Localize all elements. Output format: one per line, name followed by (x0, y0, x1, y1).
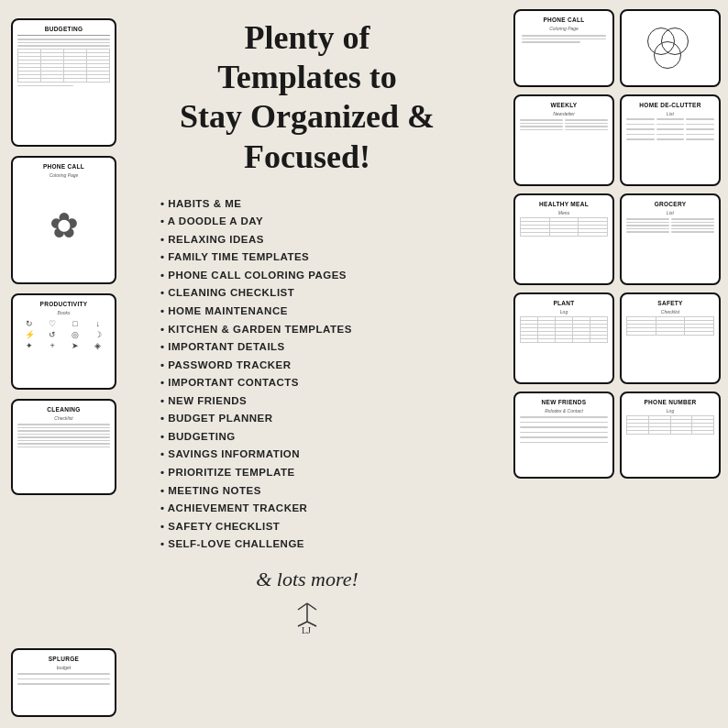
prod-icon-11: ➤ (65, 341, 86, 350)
right-row-5: NEW FRIENDS Rolodex & Contact PHONE NUMB… (493, 392, 721, 479)
prod-icon-7: ◎ (65, 330, 86, 339)
bullet-item-19: SELF-LOVE CHALLENGE (160, 535, 481, 554)
prod-icon-4: ↓ (87, 319, 108, 328)
bullet-item-17: ACHIEVEMENT TRACKER (160, 500, 481, 518)
bullet-item-4: PHONE CALL COLORING PAGES (160, 267, 481, 285)
logo: LJ (133, 599, 481, 638)
budgeting-title: BUDGETING (17, 26, 110, 32)
prod-icon-10: + (42, 341, 63, 350)
prod-icon-12: ◈ (87, 341, 108, 350)
bullet-item-11: NEW FRIENDS (160, 392, 481, 411)
phone-call-top-card: PHONE CALL Coloring Page (513, 9, 614, 87)
right-row-1: PHONE CALL Coloring Page (493, 9, 721, 87)
bullet-item-10: IMPORTANT CONTACTS (160, 374, 481, 392)
bullet-item-5: CLEANING CHECKLIST (160, 284, 481, 303)
weekly-subtitle: Newsletter (520, 111, 608, 116)
bullet-item-9: PASSWORD TRACKER (160, 357, 481, 375)
safety-title: SAFETY (626, 300, 714, 306)
right-row-4: PLANT Log SAFETY Checklist (493, 292, 721, 384)
headline-line3: Stay Organized & (180, 98, 435, 135)
bullet-item-7: KITCHEN & GARDEN TEMPLATES (160, 321, 481, 339)
home-declutter-title: HOME DE-CLUTTER (626, 102, 714, 108)
prod-icon-1: ↻ (19, 319, 40, 328)
budgeting-card: BUDGETING (11, 18, 116, 147)
phone-number-card: PHONE NUMBER Log (620, 392, 721, 479)
prod-icon-3: □ (65, 319, 86, 328)
phone-call-coloring-card: PHONE CALL Coloring Page ✿ (11, 156, 116, 284)
cleaning-title: CLEANING (17, 406, 110, 413)
new-friends-title: NEW FRIENDS (520, 399, 608, 405)
logo-icon: LJ (289, 599, 325, 635)
prod-icon-6: ↺ (42, 330, 63, 339)
center-content: Plenty of Templates to Stay Organized & … (133, 18, 481, 638)
bullet-list: HABITS & MEA DOODLE A DAYRELAXING IDEASF… (160, 195, 481, 554)
left-column: BUDGETING PH (11, 18, 116, 495)
prod-icon-9: ✦ (19, 341, 40, 350)
venn-diagram (638, 23, 702, 73)
bullet-item-15: PRIORITIZE TEMPLATE (160, 464, 481, 482)
svg-text:LJ: LJ (302, 625, 311, 635)
healthy-meal-title: HEALTHY MEAL (520, 201, 608, 207)
productivity-title: PRODUCTIVITY (17, 301, 110, 307)
home-declutter-card: HOME DE-CLUTTER List (620, 94, 721, 186)
healthy-meal-subtitle: Menu (520, 210, 608, 215)
splurge-card: SPLURGE budget (11, 648, 116, 717)
phone-call-coloring-title: PHONE CALL (17, 163, 110, 170)
phone-number-title: PHONE NUMBER (626, 399, 714, 405)
bullet-item-2: RELAXING IDEAS (160, 231, 481, 249)
plant-log-title: PLANT (520, 300, 608, 306)
right-row-2: WEEKLY Newsletter (493, 94, 721, 186)
bullet-item-16: MEETING NOTES (160, 482, 481, 501)
phone-call-top-title: PHONE CALL (520, 17, 608, 23)
home-declutter-subtitle: List (626, 111, 714, 116)
headline-line2: Templates to (217, 59, 397, 95)
productivity-icons: ↻ ♡ □ ↓ ⚡ ↺ ◎ ☽ ✦ + ➤ ◈ (17, 317, 110, 352)
cleaning-subtitle: Checklist (17, 415, 110, 421)
main-container: BUDGETING PH (0, 0, 728, 728)
bullet-item-18: SAFETY CHECKLIST (160, 518, 481, 536)
bullet-item-13: BUDGETING (160, 428, 481, 447)
prod-icon-5: ⚡ (19, 330, 40, 339)
grocery-card: GROCERY List (620, 193, 721, 285)
productivity-subtitle: Books (17, 310, 110, 315)
safety-subtitle: Checklist (626, 309, 714, 314)
grocery-title: GROCERY (626, 201, 714, 207)
bullet-item-8: IMPORTANT DETAILS (160, 338, 481, 357)
new-friends-subtitle: Rolodex & Contact (520, 408, 608, 414)
splurge-title: SPLURGE (17, 656, 110, 662)
right-row-3: HEALTHY MEAL Menu GROCERY List (493, 193, 721, 285)
prod-icon-8: ☽ (87, 330, 108, 339)
bullet-item-14: SAVINGS INFORMATION (160, 446, 481, 464)
flower-icon: ✿ (50, 208, 79, 243)
prod-icon-2: ♡ (42, 319, 63, 328)
phone-call-top-subtitle: Coloring Page (520, 26, 608, 31)
bullet-item-3: FAMILY TIME TEMPLATES (160, 248, 481, 267)
headline-line4: Focused! (244, 138, 370, 175)
productivity-card: PRODUCTIVITY Books ↻ ♡ □ ↓ ⚡ ↺ ◎ ☽ ✦ + ➤… (11, 293, 116, 390)
svg-line-1 (298, 603, 307, 610)
cleaning-card: CLEANING Checklist (11, 399, 116, 495)
venn-card (620, 9, 721, 87)
bullet-item-12: BUDGET PLANNER (160, 410, 481, 428)
new-friends-card: NEW FRIENDS Rolodex & Contact (513, 392, 614, 479)
safety-card: SAFETY Checklist (620, 292, 721, 384)
plant-log-subtitle: Log (520, 309, 608, 314)
weekly-title: WEEKLY (520, 102, 608, 108)
lots-more: & lots more! (133, 568, 481, 591)
grocery-subtitle: List (626, 210, 714, 215)
weekly-card: WEEKLY Newsletter (513, 94, 614, 186)
healthy-meal-card: HEALTHY MEAL Menu (513, 193, 614, 285)
bullet-item-1: A DOODLE A DAY (160, 213, 481, 231)
headline: Plenty of Templates to Stay Organized & … (133, 18, 481, 177)
svg-line-2 (307, 603, 316, 610)
bullet-item-0: HABITS & ME (160, 195, 481, 214)
phone-call-coloring-subtitle: Coloring Page (17, 172, 110, 178)
right-stack: PHONE CALL Coloring Page (493, 9, 721, 479)
headline-line1: Plenty of (245, 19, 370, 56)
phone-number-subtitle: Log (626, 408, 714, 414)
plant-log-card: PLANT Log (513, 292, 614, 384)
bullet-item-6: HOME MAINTENANCE (160, 303, 481, 321)
splurge-subtitle: budget (17, 665, 110, 670)
